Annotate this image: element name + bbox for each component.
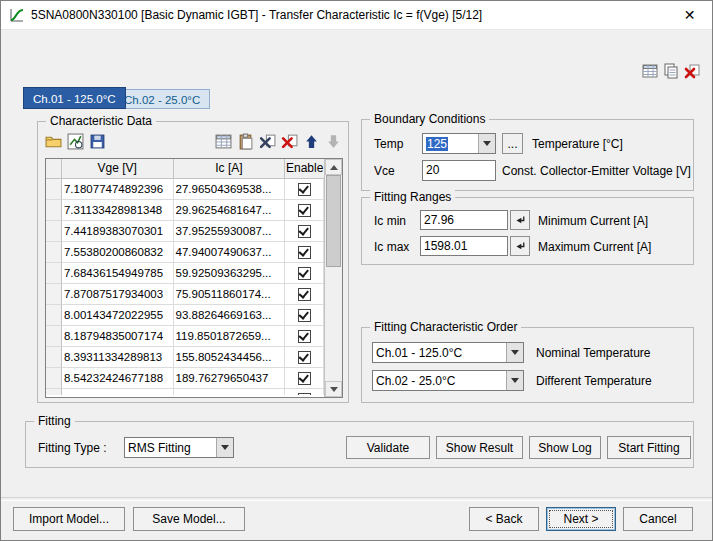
nominal-temperature-combobox[interactable]: Ch.01 - 125.0°C	[372, 342, 524, 363]
scroll-down-icon[interactable]	[325, 381, 342, 397]
vge-cell[interactable]: 7.68436154949785	[62, 263, 174, 284]
row-selector[interactable]	[46, 305, 62, 326]
enable-checkbox[interactable]	[298, 225, 311, 238]
temp-browse-button[interactable]: ...	[502, 133, 523, 154]
vce-field[interactable]: 20	[422, 160, 496, 181]
enable-checkbox[interactable]	[298, 309, 311, 322]
row-selector[interactable]	[46, 389, 62, 395]
enable-checkbox[interactable]	[298, 246, 311, 259]
close-icon[interactable]: ✕	[667, 1, 712, 29]
enable-checkbox[interactable]	[298, 330, 311, 343]
cancel-button[interactable]: Cancel	[623, 507, 693, 531]
vge-cell[interactable]: 7.87087517934003	[62, 284, 174, 305]
enable-cell[interactable]	[285, 284, 324, 305]
chevron-down-icon[interactable]	[506, 343, 523, 362]
enable-checkbox[interactable]	[298, 393, 311, 396]
enable-checkbox[interactable]	[298, 204, 311, 217]
check-icon	[298, 183, 308, 194]
import-model-button[interactable]: Import Model...	[13, 507, 125, 531]
row-selector[interactable]	[46, 284, 62, 305]
temp-combobox[interactable]: 125	[422, 133, 496, 154]
row-selector[interactable]	[46, 347, 62, 368]
back-button[interactable]: < Back	[469, 507, 539, 531]
ic-min-field[interactable]: 27.96	[420, 210, 508, 230]
vge-cell[interactable]: 8.69152515864563	[62, 389, 174, 395]
start-fitting-button[interactable]: Start Fitting	[607, 436, 691, 459]
save-model-button[interactable]: Save Model...	[133, 507, 245, 531]
ic-cell[interactable]: 119.8501872659...	[174, 326, 286, 347]
ic-min-apply-button[interactable]	[510, 210, 530, 230]
delete-row-icon[interactable]	[258, 132, 276, 150]
ic-cell[interactable]: 37.95255930087...	[174, 221, 286, 242]
row-selector[interactable]	[46, 221, 62, 242]
ic-cell[interactable]: 75.90511860174...	[174, 284, 286, 305]
view-plot-icon[interactable]	[66, 132, 84, 150]
enable-cell[interactable]	[285, 263, 324, 284]
enable-cell[interactable]	[285, 221, 324, 242]
move-down-icon[interactable]	[324, 132, 342, 150]
vge-cell[interactable]: 7.18077474892396	[62, 179, 174, 200]
scroll-up-icon[interactable]	[325, 159, 342, 175]
ic-cell[interactable]: 47.94007490637...	[174, 242, 286, 263]
enable-cell[interactable]	[285, 179, 324, 200]
enable-cell[interactable]	[285, 389, 324, 395]
chevron-down-icon[interactable]	[478, 134, 495, 153]
different-temperature-combobox[interactable]: Ch.02 - 25.0°C	[372, 370, 524, 391]
scrollbar-thumb[interactable]	[326, 175, 341, 267]
enable-cell[interactable]	[285, 326, 324, 347]
delete-all-icon[interactable]	[280, 132, 298, 150]
vge-cell[interactable]: 8.54232424677188	[62, 368, 174, 389]
row-selector[interactable]	[46, 326, 62, 347]
table-grid-icon[interactable]	[214, 132, 232, 150]
show-result-button[interactable]: Show Result	[436, 436, 523, 459]
vge-cell[interactable]: 8.00143472022955	[62, 305, 174, 326]
paste-icon[interactable]	[236, 132, 254, 150]
footer-separator	[1, 497, 713, 501]
open-file-icon[interactable]	[44, 132, 62, 150]
ic-cell[interactable]: 59.92509363295...	[174, 263, 286, 284]
ic-cell[interactable]: 155.8052434456...	[174, 347, 286, 368]
move-up-icon[interactable]	[302, 132, 320, 150]
enable-cell[interactable]	[285, 242, 324, 263]
ic-cell[interactable]: 229.7128508263...	[174, 389, 286, 395]
row-selector[interactable]	[46, 263, 62, 284]
validate-button[interactable]: Validate	[346, 436, 430, 459]
vge-cell[interactable]: 7.55380200860832	[62, 242, 174, 263]
enable-cell[interactable]	[285, 200, 324, 221]
row-selector[interactable]	[46, 368, 62, 389]
chevron-down-icon[interactable]	[216, 438, 233, 457]
next-button[interactable]: Next >	[546, 507, 616, 531]
enable-checkbox[interactable]	[298, 372, 311, 385]
row-selector[interactable]	[46, 179, 62, 200]
vertical-scrollbar[interactable]	[324, 159, 342, 397]
delete-red-icon[interactable]	[683, 62, 701, 80]
enable-cell[interactable]	[285, 368, 324, 389]
enable-checkbox[interactable]	[298, 351, 311, 364]
row-selector[interactable]	[46, 200, 62, 221]
chevron-down-icon[interactable]	[506, 371, 523, 390]
vge-cell[interactable]: 8.39311334289813	[62, 347, 174, 368]
show-log-button[interactable]: Show Log	[529, 436, 601, 459]
row-selector[interactable]	[46, 242, 62, 263]
enable-cell[interactable]	[285, 305, 324, 326]
tab-ch02[interactable]: Ch.02 - 25.0°C	[114, 89, 210, 109]
ic-cell[interactable]: 27.96504369538...	[174, 179, 286, 200]
enable-cell[interactable]	[285, 347, 324, 368]
vge-cell[interactable]: 7.31133428981348	[62, 200, 174, 221]
ic-max-apply-button[interactable]	[510, 236, 530, 256]
copy-sheet-icon[interactable]	[662, 62, 680, 80]
enable-checkbox[interactable]	[298, 183, 311, 196]
ic-cell[interactable]: 189.76279650437	[174, 368, 286, 389]
vge-cell[interactable]: 8.18794835007174	[62, 326, 174, 347]
tab-ch01[interactable]: Ch.01 - 125.0°C	[23, 87, 126, 109]
ic-max-field[interactable]: 1598.01	[420, 236, 508, 256]
ic-cell[interactable]: 93.88264669163...	[174, 305, 286, 326]
ic-cell[interactable]: 29.96254681647...	[174, 200, 286, 221]
enable-checkbox[interactable]	[298, 288, 311, 301]
enable-checkbox[interactable]	[298, 267, 311, 280]
vge-cell[interactable]: 7.44189383070301	[62, 221, 174, 242]
save-icon[interactable]	[88, 132, 106, 150]
table-grid-icon[interactable]	[641, 62, 659, 80]
scrollbar-track[interactable]	[325, 175, 342, 381]
fitting-type-combobox[interactable]: RMS Fitting	[124, 437, 234, 458]
